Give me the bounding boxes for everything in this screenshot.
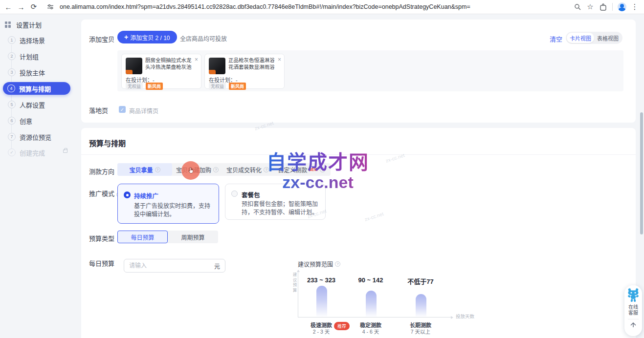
step-label: 资源位预览: [20, 132, 51, 142]
alimama-mascot-icon: [627, 288, 640, 303]
menu-kebab-icon[interactable]: ⋮: [628, 1, 641, 12]
group-days: 2 - 3 天: [313, 328, 330, 335]
bookmark-star-icon[interactable]: ☆: [584, 1, 597, 12]
plus-icon: +: [124, 33, 128, 41]
x-axis-arrow: [451, 316, 455, 319]
close-icon[interactable]: ×: [195, 56, 198, 63]
tab-label: 自定义测款: [278, 166, 308, 174]
info-icon: ?: [320, 167, 325, 172]
toolbar-divider: [612, 3, 613, 11]
screen: ← → ⟳ one.alimama.com/index.html?spm=a21…: [0, 0, 644, 338]
site-info-icon[interactable]: [44, 1, 57, 12]
daily-budget-label: 每日预算: [89, 258, 114, 268]
budget-schedule-card: 预算与排期 测款方向 宝贝拿量 ? 宝贝收藏加购 ? 宝贝成交转化 ? 自定义测…: [81, 128, 636, 338]
landing-checkbox[interactable]: ✓: [119, 106, 126, 113]
step-label: 投放主体: [20, 68, 45, 77]
chart-title: 建议预算范围?: [298, 260, 340, 268]
option-title: 套餐包: [242, 190, 260, 199]
tab-item-take-volume[interactable]: 宝贝拿量 ?: [117, 163, 172, 176]
product-image: [126, 58, 142, 74]
bar-value-label: 233 ~ 323: [307, 276, 335, 284]
group-days: 4 - 6 天: [362, 328, 379, 335]
tab-item-custom[interactable]: 自定义测款 NEW ?: [273, 163, 331, 176]
hand-cursor-icon: [187, 167, 195, 175]
sidebar-header-label: 设置计划: [16, 20, 42, 29]
clear-all-link[interactable]: 清空: [550, 34, 562, 43]
browser-toolbar: ← → ⟳ one.alimama.com/index.html?spm=a21…: [0, 0, 644, 14]
info-icon: ?: [335, 261, 340, 267]
step-label: 选择场景: [20, 36, 45, 45]
sidebar-step-complete: ✓ 创建完成: [0, 146, 78, 159]
info-icon: ?: [264, 167, 269, 172]
product-card-2[interactable]: 正品枪灰色恒温淋浴花洒套装数显淋雨浴全... × 在投计划：- 无权益 新风尚: [204, 54, 285, 89]
daily-budget-input[interactable]: [124, 262, 214, 269]
sidebar-step-creative[interactable]: 6 创意: [0, 114, 78, 127]
group-days: 7 天以上: [411, 328, 430, 335]
step-number: 6: [8, 117, 16, 125]
check-icon: ✓: [120, 107, 124, 112]
section-title: 预算与排期: [89, 138, 126, 148]
promo-option-continuous[interactable]: 持续推广 基于广告投放实时扣费，支持投中编辑计划。: [117, 184, 219, 224]
back-to-top-icon[interactable]: [630, 321, 637, 328]
customer-service-widget[interactable]: 在线客服: [624, 285, 642, 336]
step-label: 创意: [20, 116, 32, 126]
tab-item-conversion[interactable]: 宝贝成交转化 ?: [222, 163, 273, 176]
option-title: 持续推广: [134, 191, 158, 200]
step-check-icon: ✓: [8, 148, 16, 156]
card-view-toggle[interactable]: 卡片视图: [567, 33, 594, 43]
product-strip: 厨房全铜抽拉式水龙头冷热洗菜盘枪灰池水... × 在投计划：- 无权益 新风尚 …: [117, 50, 623, 91]
forward-icon[interactable]: →: [15, 1, 27, 12]
step-number: 3: [8, 68, 16, 76]
add-product-button-label: 添加宝贝 2 / 10: [130, 33, 170, 42]
product-title: 厨房全铜抽拉式水龙头冷热洗菜盘枪灰池水...: [145, 57, 194, 70]
landing-option-label: 商品详情页: [129, 106, 158, 115]
budget-type-label: 预算类型: [89, 233, 114, 243]
period-budget-tab[interactable]: 周期预算: [168, 231, 218, 243]
lock-icon: [63, 149, 67, 153]
tab-label: 宝贝拿量: [129, 166, 153, 174]
cursor-click-indicator: [181, 161, 200, 180]
service-divider: [628, 319, 639, 319]
product-tags: 无权益 新风尚: [126, 83, 163, 90]
test-direction-tabs: 宝贝拿量 ? 宝贝收藏加购 ? 宝贝成交转化 ? 自定义测款 NEW ?: [117, 163, 331, 176]
service-label-line1: 在线: [628, 304, 638, 310]
table-view-toggle[interactable]: 表格视图: [594, 33, 622, 43]
sidebar-step-plan-group[interactable]: 2 计划组: [0, 50, 78, 63]
step-number: 2: [8, 52, 16, 60]
sidebar-step-placement-preview[interactable]: 7 资源位预览: [0, 130, 78, 143]
sidebar-step-select-scene[interactable]: 1 选择场景: [0, 34, 78, 46]
daily-budget-tab[interactable]: 每日预算: [117, 231, 168, 243]
sidebar-step-audience[interactable]: 5 人群设置: [0, 98, 78, 111]
option-desc: 基于广告投放实时扣费，支持投中编辑计划。: [134, 202, 213, 219]
chart-bar-1: [366, 291, 377, 317]
step-label: 人群设置: [20, 100, 45, 109]
budget-type-toggle: 每日预算 周期预算: [117, 231, 218, 243]
url-bar[interactable]: one.alimama.com/index.html?spm=a21dvs.28…: [60, 3, 571, 10]
back-icon[interactable]: ←: [2, 1, 15, 12]
info-icon: ?: [155, 167, 160, 172]
add-product-button[interactable]: + 添加宝贝 2 / 10: [117, 31, 177, 43]
y-axis-arrow: [297, 268, 300, 272]
add-products-label: 添加宝贝: [89, 34, 114, 43]
extensions-icon[interactable]: [597, 1, 609, 12]
no-rights-badge: 无权益: [209, 83, 226, 90]
chart-y-axis-label: 建议预算: [291, 273, 297, 293]
view-toggle: 卡片视图 表格视图: [566, 32, 622, 44]
recommended-badge: 推荐: [334, 322, 350, 330]
add-products-hint: 全店商品均可投放: [180, 34, 227, 42]
promo-option-package[interactable]: 套餐包 预扣套餐包金额；智能策略加持，不支持暂停、编辑计划。: [225, 184, 326, 220]
add-products-card: 添加宝贝 + 添加宝贝 2 / 10 全店商品均可投放 清空 卡片视图 表格视图…: [81, 20, 636, 123]
scrollbar-thumb[interactable]: [640, 112, 643, 234]
reload-icon[interactable]: ⟳: [27, 1, 40, 12]
sidebar-step-target[interactable]: 3 投放主体: [0, 66, 78, 79]
product-card-1[interactable]: 厨房全铜抽拉式水龙头冷热洗菜盘枪灰池水... × 在投计划：- 无权益 新风尚: [121, 54, 201, 89]
chart-bar-0: [316, 286, 327, 317]
sidebar-step-budget-schedule[interactable]: 4 预算与排期: [3, 82, 70, 95]
profile-avatar[interactable]: [616, 1, 628, 12]
close-icon[interactable]: ×: [278, 56, 281, 63]
chart-x-axis-label: 投放天数: [456, 313, 474, 319]
search-icon[interactable]: [571, 1, 584, 12]
bar-value-label: 不低于77: [407, 276, 433, 286]
radio-selected-icon: [124, 191, 131, 198]
step-number: 4: [7, 84, 15, 92]
